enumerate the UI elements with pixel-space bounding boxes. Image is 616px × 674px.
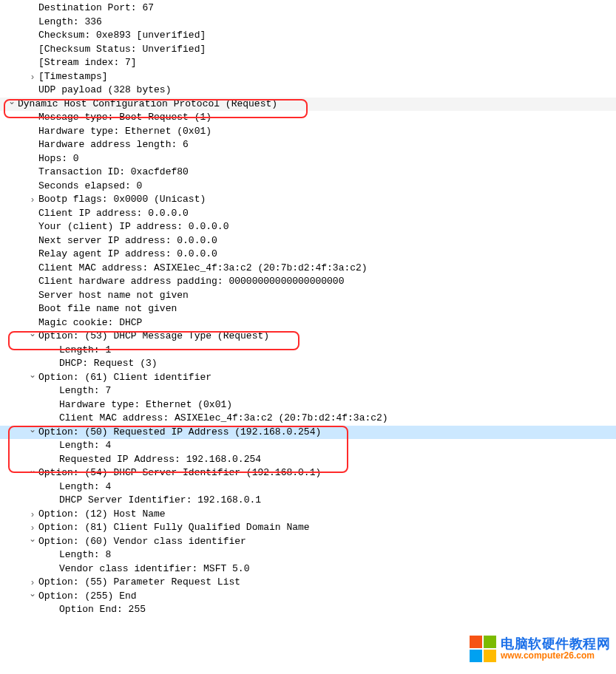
tree-row[interactable]: [Timestamps] [0, 70, 616, 84]
tree-row[interactable]: Length: 4 [0, 439, 616, 453]
tree-row-label: Next server IP address: 0.0.0.0 [38, 234, 217, 248]
chevron-right-icon[interactable] [28, 576, 37, 590]
chevron-right-icon[interactable] [28, 70, 37, 84]
chevron-down-icon[interactable] [28, 426, 37, 440]
tree-row[interactable]: Server host name not given [0, 289, 616, 303]
tree-row-label: Requested IP Address: 192.168.0.254 [59, 453, 261, 467]
tree-row[interactable]: Client IP address: 0.0.0.0 [0, 207, 616, 221]
tree-row[interactable]: DHCP Server Identifier: 192.168.0.1 [0, 494, 616, 508]
tree-row[interactable]: UDP payload (328 bytes) [0, 84, 616, 98]
tree-row-label: Option: (61) Client identifier [38, 371, 211, 385]
tree-row[interactable]: Hardware type: Ethernet (0x01) [0, 398, 616, 412]
chevron-right-icon[interactable] [28, 193, 37, 207]
tree-row-label: Length: 8 [59, 548, 111, 562]
tree-row-label: Boot file name not given [38, 302, 177, 316]
tree-row[interactable]: Length: 336 [0, 16, 616, 30]
tree-row-label: Client MAC address: ASIXElec_4f:3a:c2 (2… [38, 262, 368, 276]
tree-row-label: Transaction ID: 0xacfdef80 [38, 166, 189, 180]
tree-row-label: [Timestamps] [38, 70, 108, 84]
tree-row[interactable]: Vendor class identifier: MSFT 5.0 [0, 562, 616, 576]
tree-row-label: Option: (12) Host Name [38, 508, 166, 522]
tree-row-label: [Stream index: 7] [38, 56, 137, 70]
tree-row[interactable]: Option: (255) End [0, 590, 616, 604]
tree-row[interactable]: [Checksum Status: Unverified] [0, 43, 616, 57]
tree-row[interactable]: Message type: Boot Request (1) [0, 111, 616, 125]
chevron-down-icon[interactable] [28, 371, 37, 385]
tree-row-label: Vendor class identifier: MSFT 5.0 [59, 562, 249, 576]
tree-row[interactable]: Option: (55) Parameter Request List [0, 576, 616, 590]
tree-row[interactable]: Hardware address length: 6 [0, 138, 616, 152]
tree-row[interactable]: Option: (81) Client Fully Qualified Doma… [0, 521, 616, 535]
packet-details-tree[interactable]: Destination Port: 67Length: 336Checksum:… [0, 0, 616, 620]
chevron-down-icon[interactable] [28, 535, 37, 549]
tree-row-label: Length: 4 [59, 480, 111, 494]
tree-row-label: Destination Port: 67 [38, 1, 154, 16]
tree-row[interactable]: Dynamic Host Configuration Protocol (Req… [0, 98, 616, 112]
tree-row[interactable]: Checksum: 0xe893 [unverified] [0, 29, 616, 43]
tree-row-label: [Checksum Status: Unverified] [38, 43, 206, 57]
chevron-right-icon[interactable] [28, 521, 37, 535]
tree-row-label: Checksum: 0xe893 [unverified] [38, 29, 206, 43]
tree-row[interactable]: Next server IP address: 0.0.0.0 [0, 234, 616, 248]
tree-row-label: Hardware address length: 6 [38, 138, 189, 152]
tree-row[interactable]: Hardware type: Ethernet (0x01) [0, 125, 616, 139]
tree-row-label: Seconds elapsed: 0 [38, 180, 142, 194]
tree-row[interactable]: Magic cookie: DHCP [0, 316, 616, 330]
tree-row-label: Length: 336 [38, 16, 102, 30]
tree-row[interactable]: Relay agent IP address: 0.0.0.0 [0, 248, 616, 262]
tree-row-label: Option: (53) DHCP Message Type (Request) [38, 330, 269, 344]
tree-row[interactable]: Option: (53) DHCP Message Type (Request) [0, 330, 616, 344]
tree-row-label: Message type: Boot Request (1) [38, 111, 211, 125]
tree-row[interactable]: Option: (50) Requested IP Address (192.1… [0, 426, 616, 440]
tree-row-label: Client MAC address: ASIXElec_4f:3a:c2 (2… [59, 412, 388, 426]
tree-row-label: Dynamic Host Configuration Protocol (Req… [18, 98, 277, 112]
tree-row-label: Option: (54) DHCP Server Identifier (192… [38, 466, 321, 480]
tree-row-label: DHCP Server Identifier: 192.168.0.1 [59, 494, 261, 508]
tree-row-label: Hops: 0 [38, 152, 79, 166]
tree-row[interactable]: Length: 7 [0, 384, 616, 398]
tree-row-label: Client hardware address padding: 0000000… [38, 275, 344, 289]
tree-row[interactable]: Length: 8 [0, 548, 616, 562]
tree-row[interactable]: Client hardware address padding: 0000000… [0, 275, 616, 289]
tree-row[interactable]: Option: (12) Host Name [0, 508, 616, 522]
chevron-down-icon[interactable] [28, 466, 37, 480]
tree-row-label: Bootp flags: 0x0000 (Unicast) [38, 193, 206, 207]
tree-row-label: Option: (255) End [38, 590, 137, 604]
tree-row-label: Option: (50) Requested IP Address (192.1… [38, 426, 321, 440]
chevron-down-icon[interactable] [28, 590, 37, 604]
tree-row-label: Option: (60) Vendor class identifier [38, 535, 246, 549]
tree-row-label: Magic cookie: DHCP [38, 316, 142, 330]
tree-row[interactable]: DHCP: Request (3) [0, 357, 616, 371]
tree-row[interactable]: Bootp flags: 0x0000 (Unicast) [0, 193, 616, 207]
tree-row[interactable]: Hops: 0 [0, 152, 616, 166]
chevron-down-icon[interactable] [7, 98, 16, 112]
tree-row[interactable]: Option End: 255 [0, 603, 616, 617]
tree-row-label: Client IP address: 0.0.0.0 [38, 207, 189, 221]
tree-row[interactable]: Seconds elapsed: 0 [0, 180, 616, 194]
tree-row[interactable]: Option: (61) Client identifier [0, 371, 616, 385]
chevron-right-icon[interactable] [28, 508, 37, 522]
tree-row[interactable]: Transaction ID: 0xacfdef80 [0, 166, 616, 180]
tree-row-label: Option: (81) Client Fully Qualified Doma… [38, 521, 310, 535]
tree-row-label: Option End: 255 [59, 603, 146, 617]
tree-row-label: UDP payload (328 bytes) [38, 84, 171, 98]
tree-row[interactable]: Client MAC address: ASIXElec_4f:3a:c2 (2… [0, 412, 616, 426]
tree-row-label: Length: 4 [59, 439, 111, 453]
tree-row[interactable]: Boot file name not given [0, 302, 616, 316]
tree-row-label: Option: (55) Parameter Request List [38, 576, 240, 590]
tree-row[interactable]: Client MAC address: ASIXElec_4f:3a:c2 (2… [0, 262, 616, 276]
tree-row[interactable]: Your (client) IP address: 0.0.0.0 [0, 220, 616, 234]
tree-row[interactable]: Length: 4 [0, 480, 616, 494]
tree-row[interactable]: Option: (54) DHCP Server Identifier (192… [0, 466, 616, 480]
tree-row-label: Length: 7 [59, 384, 111, 398]
tree-row[interactable]: Requested IP Address: 192.168.0.254 [0, 453, 616, 467]
tree-row-label: Server host name not given [38, 289, 189, 303]
tree-row[interactable]: Destination Port: 67 [0, 1, 616, 16]
tree-row[interactable]: Length: 1 [0, 344, 616, 358]
tree-row[interactable]: [Stream index: 7] [0, 56, 616, 70]
tree-row[interactable]: Option: (60) Vendor class identifier [0, 535, 616, 549]
tree-row-label: Length: 1 [59, 344, 111, 358]
tree-row-label: Your (client) IP address: 0.0.0.0 [38, 220, 229, 234]
chevron-down-icon[interactable] [28, 330, 37, 344]
tree-row-label: Hardware type: Ethernet (0x01) [59, 398, 232, 412]
